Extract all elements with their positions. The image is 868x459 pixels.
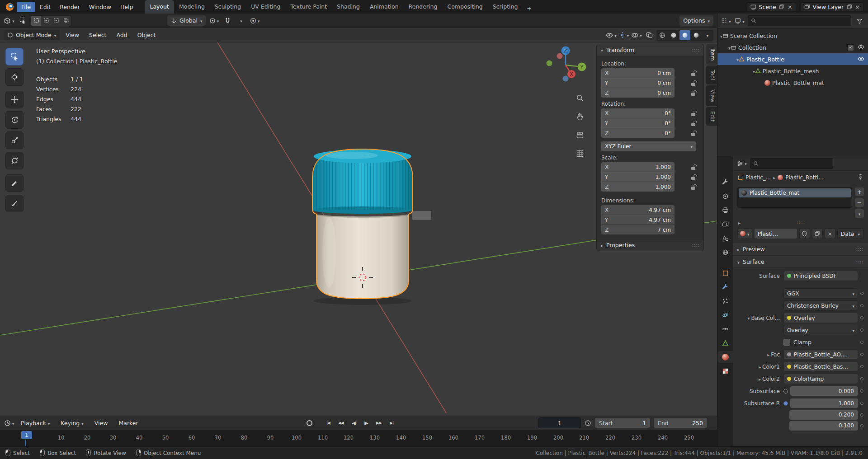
select-mode-new[interactable] [31,16,41,26]
tool-scale[interactable] [5,131,24,149]
color2-node-button[interactable]: ColorRamp [783,374,858,384]
camera-view-button[interactable] [574,129,586,141]
gizmo-axis-neg-x[interactable] [557,53,563,59]
expand-icon[interactable] [738,219,741,226]
play-button[interactable]: ▶ [361,418,372,428]
lock-rotation-x[interactable] [691,111,695,116]
navigation-gizmo[interactable]: Z Y X [545,44,586,86]
view-layer-selector[interactable]: View Layer [801,2,863,12]
menu-playback[interactable]: Playback [16,418,54,428]
expand-icon[interactable] [759,376,761,382]
lock-rotation-y[interactable] [691,121,695,126]
active-tool-icon[interactable] [17,15,28,26]
new-material-copy-button[interactable] [812,228,823,239]
blend-mode-dropdown[interactable]: Overlay [783,325,858,335]
tab-material[interactable] [717,351,733,363]
pan-button[interactable] [574,111,586,122]
outliner-display-mode-button[interactable] [734,15,745,26]
remove-view-layer-icon[interactable] [855,4,860,10]
shading-wireframe-button[interactable] [657,30,668,40]
menu-keying[interactable]: Keying [56,418,88,428]
workspace-tab-modeling[interactable]: Modeling [174,0,210,14]
editor-type-button[interactable] [4,15,14,26]
pivot-point-dropdown[interactable] [208,15,219,26]
breadcrumb-material[interactable]: Plastic_Bottl... [778,174,824,181]
tree-item-plastic-bottle[interactable]: Plastic_Bottle [717,53,868,65]
blender-logo-icon[interactable] [6,3,14,11]
subsurface-radius-x-field[interactable]: 1.000 [790,398,858,408]
sidebar-tab-edit[interactable]: Edit [706,107,717,126]
pin-id-icon[interactable] [858,174,863,181]
sidebar-tab-item[interactable]: Item [706,44,717,65]
timeline-editor-type-button[interactable] [4,417,14,428]
auto-keying-button[interactable] [304,418,315,428]
outliner-editor-type-button[interactable] [721,15,731,26]
workspace-tab-rendering[interactable]: Rendering [404,0,443,14]
scale-x-field[interactable]: X1.000 [601,162,675,172]
animate-dot-icon[interactable] [860,424,863,427]
collapse-icon[interactable] [747,315,750,321]
breadcrumb-object[interactable]: Plastic_... [737,174,771,181]
dimension-x-field[interactable]: X4.97 cm [601,205,675,215]
outliner-filter-button[interactable] [854,15,865,26]
animate-dot-icon[interactable] [860,328,863,332]
orthographic-toggle-button[interactable] [574,148,586,159]
animate-dot-icon[interactable] [860,292,863,295]
tool-move[interactable] [5,91,24,108]
workspace-tab-scripting[interactable]: Scripting [488,0,523,14]
list-resize-grip[interactable] [797,219,804,226]
zoom-button[interactable] [574,92,586,104]
menu-view[interactable]: View [61,30,83,40]
subsurface-method-dropdown[interactable]: Christensen-Burley [783,300,858,311]
preview-panel-header[interactable]: Preview [733,243,868,255]
material-slot-row[interactable]: Plastic_Bottle_mat [739,188,851,197]
tab-world[interactable] [717,246,733,258]
tool-transform[interactable] [5,152,24,169]
tree-item-plastic-bottle-mat[interactable]: Plastic_Bottle_mat [717,77,868,89]
distribution-dropdown[interactable]: GGX [783,288,858,299]
tab-object-data[interactable] [717,337,733,349]
lock-scale-x[interactable] [691,164,695,170]
panel-grip-icon[interactable] [692,242,699,248]
tab-texture[interactable] [717,365,733,377]
tab-constraints[interactable] [717,323,733,335]
timeline-ruler[interactable]: 10 20 30 40 50 60 70 80 90 100 110 120 1… [0,430,717,447]
subsurface-field[interactable]: 0.000 [790,386,858,396]
tab-scene[interactable] [717,232,733,244]
animate-dot-icon[interactable] [860,316,863,319]
plastic-bottle-object[interactable] [312,149,413,299]
workspace-tab-compositing[interactable]: Compositing [442,0,487,14]
rotation-z-field[interactable]: Z0° [601,128,675,138]
surface-panel-header[interactable]: Surface [733,255,868,268]
tab-output[interactable] [717,204,733,216]
menu-edit[interactable]: Edit [35,2,55,12]
tool-rotate[interactable] [5,111,24,129]
location-x-field[interactable]: X0 cm [601,68,675,78]
jump-to-end-button[interactable]: ▶| [386,418,397,428]
collection-exclude-checkbox[interactable] [847,44,854,51]
fake-user-shield-button[interactable] [799,228,810,239]
workspace-tab-uv-editing[interactable]: UV Editing [246,0,285,14]
scale-z-field[interactable]: Z1.000 [601,182,675,192]
subsurface-radius-y-field[interactable]: 0.200 [789,410,858,420]
tree-item-plastic-bottle-mesh[interactable]: Plastic_Bottle_mesh [717,65,868,77]
playhead[interactable]: 1 [21,431,32,439]
gizmo-axis-y[interactable]: Y [578,63,586,71]
transform-orientation-dropdown[interactable]: Global [167,15,206,26]
rotation-x-field[interactable]: X0° [601,108,675,118]
animate-dot-icon[interactable] [860,413,863,417]
new-view-layer-icon[interactable] [846,4,852,10]
lock-location-z[interactable] [691,90,695,96]
shading-material-preview-button[interactable] [679,30,690,40]
tool-measure[interactable] [5,195,24,212]
tool-annotate[interactable] [5,174,24,192]
lock-scale-y[interactable] [691,174,695,180]
hide-in-viewport-eye-icon[interactable] [858,56,864,63]
menu-timeline-view[interactable]: View [90,418,113,428]
location-y-field[interactable]: Y0 cm [601,78,675,88]
animate-dot-icon[interactable] [860,389,863,393]
options-dropdown[interactable]: Options [679,15,713,26]
proportional-edit-button[interactable] [249,15,260,26]
gizmo-axis-neg-z[interactable] [563,76,569,82]
shading-solid-button[interactable] [668,30,679,40]
